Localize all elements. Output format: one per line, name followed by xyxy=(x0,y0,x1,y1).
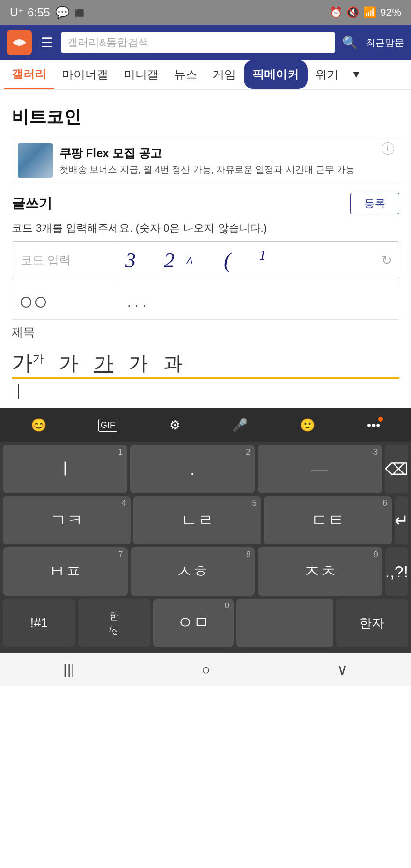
key-label-om: ㅇㅁ xyxy=(177,612,210,634)
font-style-row: 가가 가 가 가 과 xyxy=(12,342,399,377)
user-label[interactable]: 최근망문 xyxy=(366,36,404,49)
dots-right: ... xyxy=(118,294,399,310)
talk-icon: 💬 xyxy=(55,6,70,19)
key-label-dt: ㄷㅌ xyxy=(311,509,344,531)
subject-label: 제목 xyxy=(12,324,399,340)
tab-picmaker[interactable]: 픽메이커 xyxy=(244,60,308,89)
sticker-button[interactable]: 🙂 xyxy=(294,414,321,437)
emoji-icon: 😊 xyxy=(31,418,46,433)
tab-gallery[interactable]: 갤러리 xyxy=(4,60,54,89)
notification-dot xyxy=(378,417,383,422)
keyboard-row-2: 4 ㄱㅋ 5 ㄴㄹ 6 ㄷㅌ ↵ xyxy=(3,496,408,544)
content-area: 비트코인 쿠팡 Flex 모집 공고 첫배송 보너스 지급, 월 4번 정산 가… xyxy=(0,90,411,408)
mic-icon: 🎤 xyxy=(232,418,248,433)
dots-left xyxy=(12,285,118,319)
key-dt[interactable]: 6 ㄷㅌ xyxy=(264,496,392,544)
keyboard-row-3: 7 ㅂㅍ 8 ㅅㅎ 9 ㅈㅊ .,?! xyxy=(3,547,408,596)
key-sh[interactable]: 8 ㅅㅎ xyxy=(131,547,255,596)
dot-circle-1 xyxy=(21,297,31,308)
key-lang[interactable]: 한/영 xyxy=(78,599,151,647)
key-dot[interactable]: 2 . xyxy=(130,445,254,493)
key-nr[interactable]: 5 ㄴㄹ xyxy=(133,496,261,544)
rec-icon: ⬛ xyxy=(74,8,84,17)
key-num-5: 5 xyxy=(252,499,257,508)
more-tools-button[interactable]: ••• xyxy=(361,414,386,437)
key-num-2: 2 xyxy=(246,447,250,457)
home-button[interactable]: ○ xyxy=(190,658,222,682)
ad-text: 쿠팡 Flex 모집 공고 첫배송 보너스 지급, 월 4번 정산 가능, 자유… xyxy=(59,146,393,176)
hanja-label: 한자 xyxy=(359,615,384,632)
enter-icon: ↵ xyxy=(395,511,408,530)
tab-bar: 갤러리 마이너갤 미니갤 뉴스 게임 픽메이커 위키 ▼ xyxy=(0,60,411,90)
key-num-1: 1 xyxy=(118,447,123,457)
ad-info-button[interactable]: i xyxy=(382,142,394,155)
font-style-superscript[interactable]: 가가 xyxy=(12,349,44,377)
key-om[interactable]: 0 ㅇㅁ xyxy=(153,599,234,647)
key-bp[interactable]: 7 ㅂㅍ xyxy=(3,547,128,596)
tab-wiki[interactable]: 위키 xyxy=(308,60,346,89)
key-label-i: ㅣ xyxy=(57,458,73,480)
write-label: 글쓰기 xyxy=(12,194,52,213)
settings-button[interactable]: ⚙ xyxy=(163,414,186,437)
keyboard-row-1: 1 ㅣ 2 . 3 — ⌫ xyxy=(3,445,408,493)
register-button[interactable]: 등록 xyxy=(350,193,399,214)
key-num-7: 7 xyxy=(118,550,123,559)
key-num-3: 3 xyxy=(373,447,378,457)
key-enter[interactable]: ↵ xyxy=(395,496,408,544)
tab-minigal[interactable]: 미니갤 xyxy=(116,60,166,89)
app-logo[interactable] xyxy=(7,30,32,55)
mic-button[interactable]: 🎤 xyxy=(226,414,253,437)
key-space[interactable] xyxy=(236,599,333,647)
font-style-normal[interactable]: 가 xyxy=(59,350,78,377)
keyboard-toolbar: 😊 GIF ⚙ 🎤 🙂 ••• xyxy=(0,408,411,442)
tab-more-icon[interactable]: ▼ xyxy=(346,68,367,81)
font-style-light[interactable]: 가 xyxy=(129,350,148,377)
font-style-underline[interactable]: 가 xyxy=(94,350,113,377)
alarm-icon: ⏰ xyxy=(329,6,342,19)
key-label-dash: — xyxy=(311,460,328,479)
wifi-icon: 📶 xyxy=(363,6,376,19)
key-punct[interactable]: .,?! xyxy=(385,547,408,596)
punct-label: .,?! xyxy=(385,562,408,581)
ad-banner: 쿠팡 Flex 모집 공고 첫배송 보너스 지급, 월 4번 정산 가능, 자유… xyxy=(12,137,399,184)
captcha-refresh-button[interactable]: ↻ xyxy=(382,253,392,268)
key-num-8: 8 xyxy=(246,550,250,559)
captcha-input-label: 코드 입력 xyxy=(12,242,118,279)
emoji-button[interactable]: 😊 xyxy=(25,414,52,437)
key-dash[interactable]: 3 — xyxy=(258,445,382,493)
captcha-code-display: 3 2＾ ( 1 xyxy=(125,248,272,273)
back-button[interactable]: ||| xyxy=(52,658,86,682)
key-num-0: 0 xyxy=(225,601,229,611)
space-label xyxy=(282,614,287,633)
carrier-label: U⁺ 6:55 xyxy=(10,6,50,19)
captcha-image-area: 3 2＾ ( 1 ↻ xyxy=(118,248,399,273)
search-icon[interactable]: 🔍 xyxy=(339,32,361,53)
key-num-6: 6 xyxy=(383,499,387,508)
key-label-nr: ㄴㄹ xyxy=(181,509,214,531)
captcha-box[interactable]: 코드 입력 3 2＾ ( 1 ↻ xyxy=(12,241,399,279)
key-i[interactable]: 1 ㅣ xyxy=(3,445,127,493)
key-backspace[interactable]: ⌫ xyxy=(385,445,408,493)
cursor xyxy=(18,384,19,399)
tab-minorgal[interactable]: 마이너갤 xyxy=(54,60,116,89)
dots-row: ... xyxy=(12,285,399,320)
key-gk[interactable]: 4 ㄱㅋ xyxy=(3,496,131,544)
key-numpad[interactable]: !#1 xyxy=(3,599,75,647)
text-input-area[interactable] xyxy=(12,377,399,408)
key-label-bp: ㅂㅍ xyxy=(49,560,82,583)
sticker-icon: 🙂 xyxy=(300,418,315,433)
key-label-dot: . xyxy=(190,460,194,479)
key-jch[interactable]: 9 ㅈㅊ xyxy=(258,547,382,596)
ad-desc: 첫배송 보너스 지급, 월 4번 정산 가능, 자유로운 일정과 시간대 근무 … xyxy=(59,163,393,176)
search-bar[interactable]: 갤러리&통합검색 xyxy=(61,32,335,53)
key-hanja[interactable]: 한자 xyxy=(336,599,409,647)
status-bar: U⁺ 6:55 💬 ⬛ ⏰ 🔇 📶 92% xyxy=(0,0,411,25)
gif-button[interactable]: GIF xyxy=(92,415,123,436)
font-style-alt[interactable]: 과 xyxy=(163,350,183,377)
ad-thumbnail xyxy=(18,143,53,178)
menu-button[interactable]: ☰ xyxy=(37,33,57,53)
numpad-label: !#1 xyxy=(30,616,48,631)
down-button[interactable]: ∨ xyxy=(325,657,359,682)
tab-game[interactable]: 게임 xyxy=(205,60,244,89)
tab-news[interactable]: 뉴스 xyxy=(166,60,205,89)
